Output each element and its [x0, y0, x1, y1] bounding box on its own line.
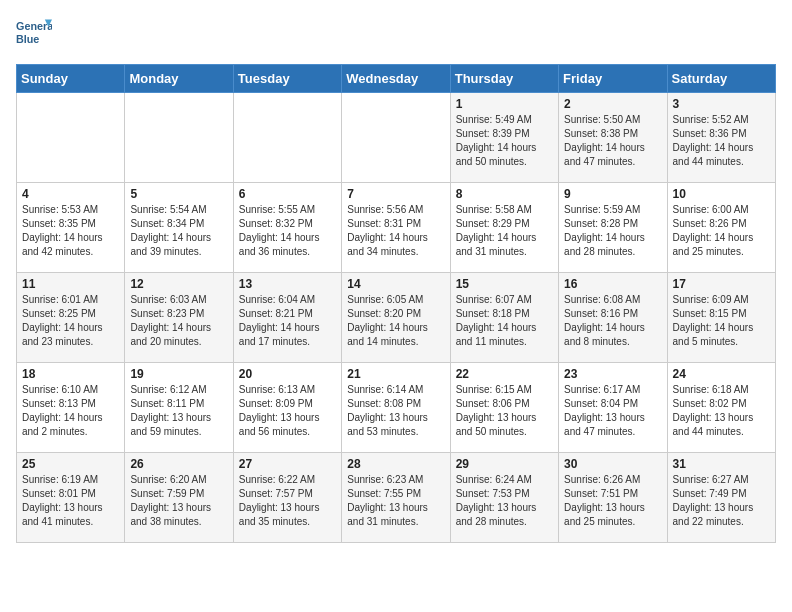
- day-info: Sunrise: 6:04 AM Sunset: 8:21 PM Dayligh…: [239, 293, 336, 349]
- day-info: Sunrise: 6:20 AM Sunset: 7:59 PM Dayligh…: [130, 473, 227, 529]
- svg-text:Blue: Blue: [16, 33, 39, 45]
- day-cell: 12Sunrise: 6:03 AM Sunset: 8:23 PM Dayli…: [125, 273, 233, 363]
- day-info: Sunrise: 5:50 AM Sunset: 8:38 PM Dayligh…: [564, 113, 661, 169]
- day-cell: 19Sunrise: 6:12 AM Sunset: 8:11 PM Dayli…: [125, 363, 233, 453]
- day-cell: [342, 93, 450, 183]
- day-cell: 16Sunrise: 6:08 AM Sunset: 8:16 PM Dayli…: [559, 273, 667, 363]
- day-cell: 31Sunrise: 6:27 AM Sunset: 7:49 PM Dayli…: [667, 453, 775, 543]
- day-info: Sunrise: 6:24 AM Sunset: 7:53 PM Dayligh…: [456, 473, 553, 529]
- day-number: 11: [22, 277, 119, 291]
- day-cell: 24Sunrise: 6:18 AM Sunset: 8:02 PM Dayli…: [667, 363, 775, 453]
- day-cell: 18Sunrise: 6:10 AM Sunset: 8:13 PM Dayli…: [17, 363, 125, 453]
- day-number: 17: [673, 277, 770, 291]
- day-info: Sunrise: 6:01 AM Sunset: 8:25 PM Dayligh…: [22, 293, 119, 349]
- day-info: Sunrise: 5:54 AM Sunset: 8:34 PM Dayligh…: [130, 203, 227, 259]
- day-cell: 25Sunrise: 6:19 AM Sunset: 8:01 PM Dayli…: [17, 453, 125, 543]
- week-row-3: 11Sunrise: 6:01 AM Sunset: 8:25 PM Dayli…: [17, 273, 776, 363]
- day-number: 5: [130, 187, 227, 201]
- day-cell: [17, 93, 125, 183]
- day-cell: 14Sunrise: 6:05 AM Sunset: 8:20 PM Dayli…: [342, 273, 450, 363]
- day-number: 7: [347, 187, 444, 201]
- day-number: 26: [130, 457, 227, 471]
- weekday-header-sunday: Sunday: [17, 65, 125, 93]
- day-info: Sunrise: 6:14 AM Sunset: 8:08 PM Dayligh…: [347, 383, 444, 439]
- day-number: 13: [239, 277, 336, 291]
- day-number: 28: [347, 457, 444, 471]
- day-info: Sunrise: 6:19 AM Sunset: 8:01 PM Dayligh…: [22, 473, 119, 529]
- weekday-header-row: SundayMondayTuesdayWednesdayThursdayFrid…: [17, 65, 776, 93]
- day-number: 1: [456, 97, 553, 111]
- day-cell: 9Sunrise: 5:59 AM Sunset: 8:28 PM Daylig…: [559, 183, 667, 273]
- day-cell: 21Sunrise: 6:14 AM Sunset: 8:08 PM Dayli…: [342, 363, 450, 453]
- day-info: Sunrise: 5:58 AM Sunset: 8:29 PM Dayligh…: [456, 203, 553, 259]
- day-number: 29: [456, 457, 553, 471]
- day-number: 27: [239, 457, 336, 471]
- day-number: 21: [347, 367, 444, 381]
- day-cell: [233, 93, 341, 183]
- day-cell: 7Sunrise: 5:56 AM Sunset: 8:31 PM Daylig…: [342, 183, 450, 273]
- day-number: 23: [564, 367, 661, 381]
- day-info: Sunrise: 6:26 AM Sunset: 7:51 PM Dayligh…: [564, 473, 661, 529]
- calendar-table: SundayMondayTuesdayWednesdayThursdayFrid…: [16, 64, 776, 543]
- day-number: 14: [347, 277, 444, 291]
- day-cell: 2Sunrise: 5:50 AM Sunset: 8:38 PM Daylig…: [559, 93, 667, 183]
- day-info: Sunrise: 5:56 AM Sunset: 8:31 PM Dayligh…: [347, 203, 444, 259]
- day-number: 24: [673, 367, 770, 381]
- day-info: Sunrise: 6:08 AM Sunset: 8:16 PM Dayligh…: [564, 293, 661, 349]
- day-cell: 8Sunrise: 5:58 AM Sunset: 8:29 PM Daylig…: [450, 183, 558, 273]
- day-cell: 22Sunrise: 6:15 AM Sunset: 8:06 PM Dayli…: [450, 363, 558, 453]
- logo: General Blue: [16, 16, 52, 52]
- day-cell: 20Sunrise: 6:13 AM Sunset: 8:09 PM Dayli…: [233, 363, 341, 453]
- day-number: 31: [673, 457, 770, 471]
- day-cell: 26Sunrise: 6:20 AM Sunset: 7:59 PM Dayli…: [125, 453, 233, 543]
- day-number: 3: [673, 97, 770, 111]
- day-number: 10: [673, 187, 770, 201]
- day-cell: 13Sunrise: 6:04 AM Sunset: 8:21 PM Dayli…: [233, 273, 341, 363]
- week-row-5: 25Sunrise: 6:19 AM Sunset: 8:01 PM Dayli…: [17, 453, 776, 543]
- day-cell: 29Sunrise: 6:24 AM Sunset: 7:53 PM Dayli…: [450, 453, 558, 543]
- day-info: Sunrise: 6:22 AM Sunset: 7:57 PM Dayligh…: [239, 473, 336, 529]
- day-cell: 11Sunrise: 6:01 AM Sunset: 8:25 PM Dayli…: [17, 273, 125, 363]
- day-cell: 28Sunrise: 6:23 AM Sunset: 7:55 PM Dayli…: [342, 453, 450, 543]
- day-number: 2: [564, 97, 661, 111]
- day-number: 15: [456, 277, 553, 291]
- day-info: Sunrise: 6:15 AM Sunset: 8:06 PM Dayligh…: [456, 383, 553, 439]
- day-number: 22: [456, 367, 553, 381]
- day-info: Sunrise: 5:53 AM Sunset: 8:35 PM Dayligh…: [22, 203, 119, 259]
- day-number: 19: [130, 367, 227, 381]
- day-cell: 27Sunrise: 6:22 AM Sunset: 7:57 PM Dayli…: [233, 453, 341, 543]
- day-number: 25: [22, 457, 119, 471]
- day-cell: [125, 93, 233, 183]
- day-number: 4: [22, 187, 119, 201]
- day-cell: 15Sunrise: 6:07 AM Sunset: 8:18 PM Dayli…: [450, 273, 558, 363]
- day-info: Sunrise: 5:52 AM Sunset: 8:36 PM Dayligh…: [673, 113, 770, 169]
- day-cell: 10Sunrise: 6:00 AM Sunset: 8:26 PM Dayli…: [667, 183, 775, 273]
- day-number: 8: [456, 187, 553, 201]
- day-info: Sunrise: 6:07 AM Sunset: 8:18 PM Dayligh…: [456, 293, 553, 349]
- day-cell: 23Sunrise: 6:17 AM Sunset: 8:04 PM Dayli…: [559, 363, 667, 453]
- day-info: Sunrise: 6:05 AM Sunset: 8:20 PM Dayligh…: [347, 293, 444, 349]
- week-row-1: 1Sunrise: 5:49 AM Sunset: 8:39 PM Daylig…: [17, 93, 776, 183]
- day-info: Sunrise: 6:00 AM Sunset: 8:26 PM Dayligh…: [673, 203, 770, 259]
- day-info: Sunrise: 5:49 AM Sunset: 8:39 PM Dayligh…: [456, 113, 553, 169]
- day-info: Sunrise: 5:55 AM Sunset: 8:32 PM Dayligh…: [239, 203, 336, 259]
- day-info: Sunrise: 6:13 AM Sunset: 8:09 PM Dayligh…: [239, 383, 336, 439]
- day-info: Sunrise: 6:27 AM Sunset: 7:49 PM Dayligh…: [673, 473, 770, 529]
- day-number: 20: [239, 367, 336, 381]
- day-info: Sunrise: 6:18 AM Sunset: 8:02 PM Dayligh…: [673, 383, 770, 439]
- week-row-2: 4Sunrise: 5:53 AM Sunset: 8:35 PM Daylig…: [17, 183, 776, 273]
- day-number: 12: [130, 277, 227, 291]
- weekday-header-tuesday: Tuesday: [233, 65, 341, 93]
- day-cell: 1Sunrise: 5:49 AM Sunset: 8:39 PM Daylig…: [450, 93, 558, 183]
- day-cell: 5Sunrise: 5:54 AM Sunset: 8:34 PM Daylig…: [125, 183, 233, 273]
- day-info: Sunrise: 6:12 AM Sunset: 8:11 PM Dayligh…: [130, 383, 227, 439]
- weekday-header-saturday: Saturday: [667, 65, 775, 93]
- day-info: Sunrise: 6:10 AM Sunset: 8:13 PM Dayligh…: [22, 383, 119, 439]
- day-cell: 17Sunrise: 6:09 AM Sunset: 8:15 PM Dayli…: [667, 273, 775, 363]
- day-number: 6: [239, 187, 336, 201]
- day-cell: 30Sunrise: 6:26 AM Sunset: 7:51 PM Dayli…: [559, 453, 667, 543]
- day-number: 9: [564, 187, 661, 201]
- day-number: 30: [564, 457, 661, 471]
- day-cell: 4Sunrise: 5:53 AM Sunset: 8:35 PM Daylig…: [17, 183, 125, 273]
- weekday-header-thursday: Thursday: [450, 65, 558, 93]
